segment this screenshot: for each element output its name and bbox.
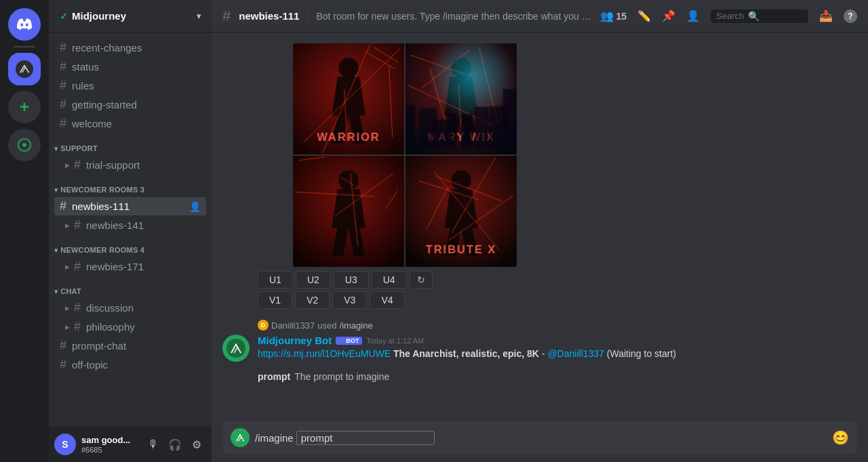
server-divider bbox=[14, 46, 35, 47]
input-avatar bbox=[231, 428, 250, 447]
channel-name: recent-changes bbox=[72, 42, 142, 54]
member-count: 15 bbox=[616, 11, 627, 22]
upscale-buttons-row: U1 U2 U3 U4 ↻ bbox=[258, 271, 857, 289]
channel-item-newbies-141[interactable]: ▶ # newbies-141 bbox=[54, 216, 206, 234]
pin-icon[interactable]: 📌 bbox=[662, 9, 675, 22]
channel-item-rules[interactable]: # rules bbox=[54, 77, 206, 95]
channel-name: rules bbox=[72, 80, 94, 91]
message-bold-text: The Anarchist, realistic, epic, 8K bbox=[393, 348, 539, 359]
deafen-headphone-button[interactable]: 🎧 bbox=[165, 435, 184, 454]
hash-icon: # bbox=[60, 79, 66, 93]
channel-item-newbies-171[interactable]: ▶ # newbies-171 bbox=[54, 257, 206, 276]
upscale-4-button[interactable]: U4 bbox=[372, 271, 407, 289]
channel-item-off-topic[interactable]: # off-topic bbox=[54, 356, 206, 374]
upscale-1-button[interactable]: U1 bbox=[258, 271, 293, 289]
emoji-picker-button[interactable]: 😊 bbox=[832, 429, 849, 446]
caret-icon: ▶ bbox=[65, 264, 70, 270]
input-wrapper: /imagine 😊 bbox=[222, 421, 857, 454]
prompt-label: prompt bbox=[258, 371, 290, 382]
channel-item-trial-support[interactable]: ▶ # trial-support bbox=[54, 156, 206, 174]
upscale-2-button[interactable]: U2 bbox=[296, 271, 331, 289]
topbar-channel-name: newbies-111 bbox=[239, 10, 299, 22]
channel-item-status[interactable]: # status bbox=[54, 58, 206, 76]
inbox-icon[interactable]: 📥 bbox=[819, 9, 833, 22]
bot-avatar bbox=[222, 335, 250, 362]
hash-icon: # bbox=[74, 218, 81, 232]
variation-1-button[interactable]: V1 bbox=[258, 291, 292, 309]
channel-item-prompt-chat[interactable]: # prompt-chat bbox=[54, 337, 206, 355]
chat-messages: U1 U2 U3 U4 ↻ V1 V2 V3 V4 D Daniill1337 … bbox=[212, 33, 868, 421]
channel-name: newbies-171 bbox=[86, 261, 144, 272]
hash-icon: # bbox=[74, 301, 81, 315]
topbar-icons: 👥 15 ✏️ 📌 👤 Search 🔍 📥 ? bbox=[600, 9, 857, 23]
channel-item-welcome[interactable]: # welcome bbox=[54, 114, 206, 133]
caret-icon: ▶ bbox=[65, 324, 70, 331]
mute-microphone-button[interactable]: 🎙 bbox=[144, 435, 163, 454]
prompt-hint-row: prompt The prompt to imagine bbox=[258, 371, 857, 382]
refresh-button[interactable]: ↻ bbox=[410, 271, 433, 289]
channel-name: getting-started bbox=[72, 99, 137, 110]
channel-name: discussion bbox=[86, 302, 134, 314]
hash-icon: # bbox=[60, 60, 66, 74]
category-chat[interactable]: ▾ CHAT bbox=[49, 276, 212, 298]
discord-icon[interactable] bbox=[8, 8, 41, 41]
upscale-3-button[interactable]: U3 bbox=[334, 271, 369, 289]
discriminator: #6685 bbox=[81, 446, 141, 454]
message-text: https://s.mj.run/l1OHvEuMUWE The Anarchi… bbox=[258, 348, 857, 361]
channel-name: philosophy bbox=[86, 321, 135, 333]
image-grid-wrapper bbox=[258, 43, 857, 267]
channel-list: # recent-changes # status # rules # gett… bbox=[49, 33, 212, 427]
server-icon-midjourney[interactable] bbox=[8, 53, 41, 85]
username: sam good... bbox=[81, 435, 141, 446]
server-verified-icon: ✓ bbox=[60, 11, 68, 22]
variation-3-button[interactable]: V3 bbox=[332, 291, 367, 309]
input-flex: /imagine bbox=[255, 431, 827, 445]
topbar-description: Bot room for new users. Type /imagine th… bbox=[316, 11, 592, 22]
channel-item-discussion[interactable]: ▶ # discussion bbox=[54, 299, 206, 317]
channel-item-philosophy[interactable]: ▶ # philosophy bbox=[54, 318, 206, 336]
channel-name: trial-support bbox=[86, 159, 140, 171]
image-cell-4 bbox=[406, 156, 517, 267]
caret-icon: ▾ bbox=[54, 247, 58, 254]
category-newcomer3[interactable]: ▾ NEWCOMER ROOMS 3 bbox=[49, 175, 212, 196]
message-link[interactable]: https://s.mj.run/l1OHvEuMUWE bbox=[258, 348, 391, 359]
channel-item-recent-changes[interactable]: # recent-changes bbox=[54, 39, 206, 57]
svg-point-2 bbox=[22, 143, 26, 147]
help-icon[interactable]: ? bbox=[844, 9, 857, 23]
pencil-icon[interactable]: ✏️ bbox=[637, 9, 651, 22]
category-label: SUPPORT bbox=[60, 144, 98, 152]
search-box[interactable]: Search 🔍 bbox=[711, 9, 808, 23]
variation-2-button[interactable]: V2 bbox=[295, 291, 330, 309]
server-header[interactable]: ✓ Midjourney ▾ bbox=[49, 0, 212, 33]
hash-icon: # bbox=[60, 98, 66, 112]
verified-check-icon: ✓ bbox=[339, 337, 344, 344]
hash-icon: # bbox=[60, 358, 66, 372]
used-username: Daniill1337 bbox=[271, 320, 315, 331]
explore-servers-button[interactable] bbox=[8, 129, 41, 161]
avatar: S bbox=[54, 434, 76, 455]
prompt-input[interactable] bbox=[296, 431, 435, 445]
category-newcomer4[interactable]: ▾ NEWCOMER ROOMS 4 bbox=[49, 235, 212, 257]
server-chevron-icon: ▾ bbox=[197, 12, 201, 21]
bot-message-content: Midjourney Bot ✓ BOT Today at 1:12 AM ht… bbox=[258, 335, 857, 362]
variation-4-button[interactable]: V4 bbox=[370, 291, 404, 309]
image-cell-3 bbox=[293, 156, 404, 267]
user-controls: 🎙 🎧 ⚙ bbox=[144, 435, 206, 454]
add-server-button[interactable]: + bbox=[8, 91, 41, 123]
channel-item-getting-started[interactable]: # getting-started bbox=[54, 96, 206, 114]
channel-name: status bbox=[72, 61, 99, 72]
caret-icon: ▾ bbox=[54, 145, 58, 152]
user-settings-button[interactable]: ⚙ bbox=[187, 435, 206, 454]
message-header: Midjourney Bot ✓ BOT Today at 1:12 AM bbox=[258, 335, 857, 346]
category-label: CHAT bbox=[60, 287, 81, 295]
members-panel-icon[interactable]: 👤 bbox=[686, 9, 700, 22]
message-timestamp: Today at 1:12 AM bbox=[366, 337, 424, 345]
sidebar: ✓ Midjourney ▾ # recent-changes # status… bbox=[49, 0, 212, 462]
used-indicator: D Daniill1337 used /imagine bbox=[258, 320, 857, 331]
prompt-description: The prompt to imagine bbox=[294, 371, 389, 382]
user-avatar-small: D bbox=[258, 320, 269, 331]
caret-icon: ▶ bbox=[65, 222, 70, 229]
category-support[interactable]: ▾ SUPPORT bbox=[49, 133, 212, 155]
caret-icon: ▶ bbox=[65, 162, 70, 169]
channel-item-newbies-111[interactable]: # newbies-111 👤 bbox=[54, 197, 206, 215]
